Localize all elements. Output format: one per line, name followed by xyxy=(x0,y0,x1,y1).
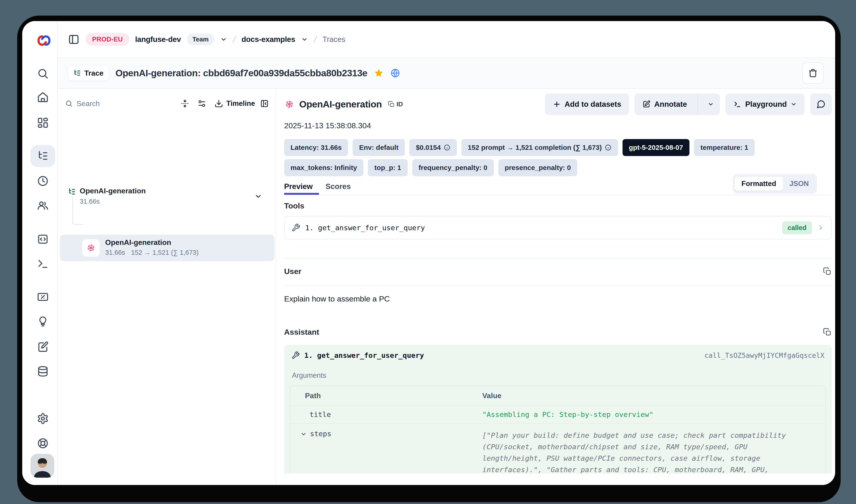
tool-call-id: call_TsOZ5awyMjIYCMfgaGqscelX xyxy=(704,352,824,359)
sidebar-prompts-icon[interactable] xyxy=(37,233,49,245)
sidebar-dashboard-icon[interactable] xyxy=(37,117,49,129)
annotate-dropdown-button[interactable] xyxy=(701,93,720,115)
playground-button[interactable]: Playground xyxy=(726,93,805,115)
wrench-icon xyxy=(291,223,300,232)
latency-badge: Latency: 31.66s xyxy=(284,139,348,156)
project-chevron-down-icon[interactable] xyxy=(301,36,308,43)
tree-node-label: OpenAI-generation xyxy=(105,238,171,247)
chevron-down-icon xyxy=(708,101,714,107)
bookmark-star-icon[interactable] xyxy=(374,68,384,78)
tree-node-generation-selected[interactable]: OpenAI-generation 31.66s152 → 1,521 (∑ 1… xyxy=(60,235,274,261)
top-header: PROD-EU langfuse-dev Team / docs-example… xyxy=(58,21,835,58)
section-divider xyxy=(284,285,832,286)
org-logo-knot-icon[interactable] xyxy=(37,33,51,48)
breadcrumb-separator: / xyxy=(232,34,237,44)
tabs-divider xyxy=(284,195,832,195)
org-type-badge: Team xyxy=(187,33,214,46)
fold-vertical-icon[interactable] xyxy=(181,99,189,108)
metadata-badges-row1: Latency: 31.66s Env: default $0.0154 152… xyxy=(284,139,832,156)
trace-title-bar: Trace OpenAI-generation: cbbd69af7e00a93… xyxy=(58,58,835,89)
sidebar-datasets-icon[interactable] xyxy=(37,365,49,377)
tokens-badge[interactable]: 152 prompt → 1,521 completion (∑ 1,673) xyxy=(461,139,618,156)
assistant-tool-call-panel: 1. get_answer_for_user_query call_TsOZ5a… xyxy=(284,345,832,473)
tree-node-root[interactable]: OpenAI-generation 31.66s xyxy=(58,184,275,208)
info-icon xyxy=(605,144,611,151)
user-avatar[interactable] xyxy=(31,454,54,478)
top-p-badge: top_p: 1 xyxy=(368,159,408,176)
add-to-datasets-button[interactable]: Add to datasets xyxy=(545,93,629,115)
sidebar-search-icon[interactable] xyxy=(37,68,49,79)
timeline-toggle[interactable]: Timeline xyxy=(226,100,255,108)
tool-call-name: 1. get_answer_for_user_query xyxy=(304,351,424,359)
sidebar-settings-icon[interactable] xyxy=(37,413,49,425)
org-chevron-down-icon[interactable] xyxy=(220,36,227,43)
comment-button[interactable] xyxy=(810,93,832,115)
public-globe-icon[interactable] xyxy=(390,68,400,78)
path-title: title xyxy=(290,410,482,418)
header-actions: Add to datasets Annotate xyxy=(545,93,832,115)
delete-trace-button[interactable] xyxy=(802,62,824,84)
plus-icon xyxy=(553,100,561,108)
trace-tree-icon xyxy=(68,187,76,196)
tool-called-badge: called xyxy=(782,221,812,234)
sidebar-evals-icon[interactable] xyxy=(37,291,49,303)
sidebar-sessions-icon[interactable] xyxy=(37,175,49,187)
info-icon xyxy=(444,144,450,151)
column-path: Path xyxy=(290,392,482,400)
tab-preview[interactable]: Preview xyxy=(284,182,313,191)
trace-tree-icon xyxy=(73,69,81,77)
model-badge[interactable]: gpt-5-2025-08-07 xyxy=(623,139,690,156)
wrench-icon xyxy=(291,351,300,359)
breadcrumb-page[interactable]: Traces xyxy=(323,35,345,44)
user-section-header: User xyxy=(284,267,832,276)
tree-toolbar: Search Timeline xyxy=(65,95,269,112)
view-settings-icon[interactable] xyxy=(197,99,206,108)
toggle-json[interactable]: JSON xyxy=(783,177,815,191)
arguments-table: Path Value title "Assembling a PC: Step-… xyxy=(290,385,826,473)
panel-toggle-icon[interactable] xyxy=(68,33,80,46)
arguments-label: Arguments xyxy=(292,371,326,380)
trace-tree-panel: Search Timeline OpenAI-generation 31.66s xyxy=(58,89,276,485)
copy-icon[interactable] xyxy=(823,328,832,337)
breadcrumb-project[interactable]: docs-examples xyxy=(242,35,295,44)
breadcrumb-org[interactable]: langfuse-dev xyxy=(135,35,181,44)
sidebar-users-icon[interactable] xyxy=(37,200,49,212)
assistant-heading: Assistant xyxy=(284,328,319,337)
path-steps: steps xyxy=(310,430,331,438)
download-icon[interactable] xyxy=(214,99,223,108)
button-divider xyxy=(697,93,698,115)
table-header-row: Path Value xyxy=(290,386,825,406)
tree-connector-line xyxy=(72,197,83,225)
tokens-label: 152 prompt → 1,521 completion (∑ 1,673) xyxy=(468,144,602,151)
section-divider xyxy=(284,258,832,259)
sidebar-playground-icon[interactable] xyxy=(37,258,49,270)
tab-scores[interactable]: Scores xyxy=(325,182,351,191)
sidebar-home-icon[interactable] xyxy=(37,91,49,103)
sidebar-support-icon[interactable] xyxy=(37,437,49,449)
user-message-content: Explain how to assemble a PC xyxy=(284,294,832,303)
sidebar-annotation-icon[interactable] xyxy=(37,341,49,353)
environment-badge[interactable]: PROD-EU xyxy=(86,33,129,46)
tool-definition-row[interactable]: 1. get_answer_for_user_query called xyxy=(284,216,832,239)
openai-icon xyxy=(86,243,96,253)
panel-collapse-icon[interactable] xyxy=(260,99,269,108)
playground-label: Playground xyxy=(745,100,787,109)
sidebar-traces-icon[interactable] xyxy=(37,150,49,162)
cost-badge[interactable]: $0.0154 xyxy=(409,139,457,156)
sidebar-insights-icon[interactable] xyxy=(37,316,49,327)
annotate-button[interactable]: Annotate xyxy=(635,93,694,115)
expand-chevron-down-icon[interactable] xyxy=(300,431,307,437)
copy-icon[interactable] xyxy=(823,267,832,276)
app-window: PROD-EU langfuse-dev Team / docs-example… xyxy=(22,21,835,485)
trash-icon xyxy=(808,68,818,78)
chevron-right-icon[interactable] xyxy=(817,224,824,231)
edit-pencil-icon xyxy=(642,100,650,108)
tree-node-label: OpenAI-generation xyxy=(80,187,146,195)
collapse-chevron-down-icon[interactable] xyxy=(254,192,262,200)
toggle-formatted[interactable]: Formatted xyxy=(735,177,783,191)
trace-type-chip: Trace xyxy=(68,66,109,80)
copy-id-button[interactable]: ID xyxy=(388,101,403,108)
column-value: Value xyxy=(482,392,502,400)
tool-call-header: 1. get_answer_for_user_query call_TsOZ5a… xyxy=(291,351,824,359)
search-input[interactable]: Search xyxy=(76,100,100,108)
